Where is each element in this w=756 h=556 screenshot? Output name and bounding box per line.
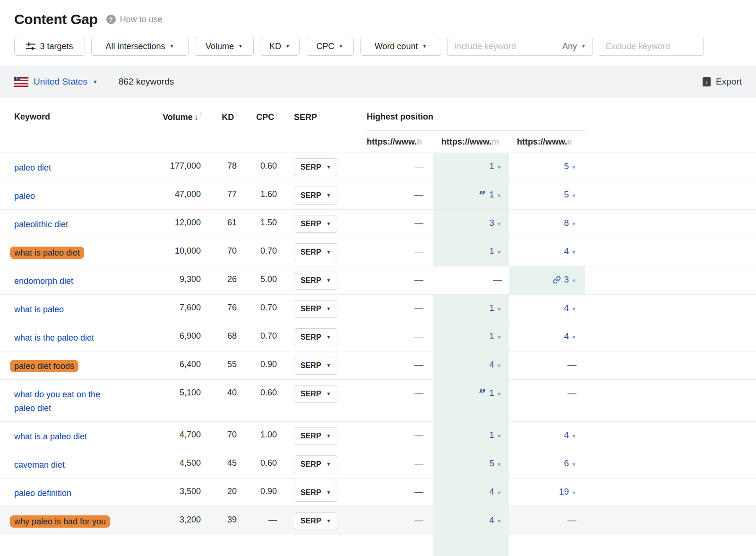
chevron-down-icon: ▼ <box>93 79 98 85</box>
position-link[interactable]: 5 <box>490 458 495 468</box>
position-link[interactable]: 1 <box>490 388 495 398</box>
position-link[interactable]: 1 <box>490 161 495 171</box>
serp-dropdown-button[interactable]: SERP ▼ <box>294 385 337 403</box>
position-link[interactable]: 3 <box>490 218 495 228</box>
chevron-down-icon[interactable]: ▼ <box>571 306 576 312</box>
how-to-use-link[interactable]: ? How to use <box>106 15 163 25</box>
column-header-volume[interactable]: Volume↓i <box>156 111 201 122</box>
chevron-down-icon[interactable]: ▼ <box>497 391 502 397</box>
position-link[interactable]: 1 <box>490 303 495 313</box>
chevron-down-icon[interactable]: ▼ <box>497 518 502 524</box>
cpc-cell: 1.60 <box>237 181 277 209</box>
kd-cell: 61 <box>201 210 237 238</box>
chevron-down-icon[interactable]: ▼ <box>497 193 502 198</box>
keyword-link[interactable]: what is a paleo diet <box>14 432 87 441</box>
kd-filter-dropdown[interactable]: KD ▼ <box>260 37 300 56</box>
chevron-down-icon[interactable]: ▼ <box>571 462 576 467</box>
serp-cell: SERP ▼ <box>277 153 343 181</box>
position-cell-target-3: 4▼ <box>509 295 585 323</box>
export-button[interactable]: ↓ Export <box>703 77 742 87</box>
targets-button[interactable]: 3 targets <box>14 37 85 56</box>
chevron-down-icon[interactable]: ▼ <box>497 462 502 467</box>
how-to-use-label: How to use <box>120 15 163 25</box>
position-link[interactable]: 1 <box>490 189 495 199</box>
chevron-down-icon[interactable]: ▼ <box>571 249 576 255</box>
chevron-down-icon: ▼ <box>326 222 331 226</box>
volume-filter-dropdown[interactable]: Volume ▼ <box>195 37 254 56</box>
no-position-dash: — <box>414 487 423 496</box>
position-link[interactable]: 4 <box>564 331 569 341</box>
chevron-down-icon[interactable]: ▼ <box>497 334 502 340</box>
serp-dropdown-button[interactable]: SERP ▼ <box>294 158 337 176</box>
position-link[interactable]: 6 <box>564 458 569 468</box>
position-link[interactable]: 4 <box>490 515 495 525</box>
chevron-down-icon: ▼ <box>326 490 331 495</box>
chevron-down-icon[interactable]: ▼ <box>497 221 502 227</box>
chevron-down-icon[interactable]: ▼ <box>571 490 576 496</box>
position-link[interactable]: 4 <box>490 359 495 369</box>
cpc-filter-dropdown[interactable]: CPC ▼ <box>306 37 354 56</box>
position-link[interactable]: 5 <box>564 189 569 199</box>
serp-dropdown-button[interactable]: SERP ▼ <box>294 272 337 290</box>
chevron-down-icon[interactable]: ▼ <box>497 249 502 255</box>
include-keyword-input[interactable] <box>448 42 562 51</box>
chevron-down-icon[interactable]: ▼ <box>571 334 576 340</box>
serp-dropdown-button[interactable]: SERP ▼ <box>294 455 337 473</box>
chevron-down-icon[interactable]: ▼ <box>571 278 576 283</box>
volume-cell: 6,400 <box>156 351 201 379</box>
keyword-link[interactable]: caveman diet <box>14 460 65 470</box>
keyword-link[interactable]: what is the paleo diet <box>14 333 94 342</box>
serp-dropdown-button[interactable]: SERP ▼ <box>294 512 337 530</box>
chevron-down-icon[interactable]: ▼ <box>571 164 576 170</box>
intersections-dropdown[interactable]: All intersections ▼ <box>91 37 189 56</box>
serp-dropdown-button[interactable]: SERP ▼ <box>294 215 337 233</box>
serp-label: SERP <box>301 276 321 285</box>
position-link[interactable]: 1 <box>490 331 495 341</box>
position-link[interactable]: 5 <box>564 161 569 171</box>
serp-dropdown-button[interactable]: SERP ▼ <box>294 427 337 445</box>
keyword-link[interactable]: paleo <box>14 191 35 201</box>
keyword-link[interactable]: endomorph diet <box>14 276 73 286</box>
keyword-link[interactable]: paleo diet foods <box>14 361 78 371</box>
serp-dropdown-button[interactable]: SERP ▼ <box>294 357 337 375</box>
sort-desc-icon: ↓ <box>194 113 198 122</box>
chevron-down-icon[interactable]: ▼ <box>497 433 502 439</box>
position-link[interactable]: 4 <box>564 303 569 313</box>
column-header-cpc[interactable]: CPCi <box>237 111 277 122</box>
position-link[interactable]: 8 <box>564 218 569 228</box>
exclude-keyword-input[interactable] <box>599 42 703 51</box>
position-link[interactable]: 3 <box>564 274 569 284</box>
serp-dropdown-button[interactable]: SERP ▼ <box>294 300 337 318</box>
serp-dropdown-button[interactable]: SERP ▼ <box>294 484 337 502</box>
keyword-link[interactable]: what is paleo <box>14 305 64 314</box>
keyword-link[interactable]: paleo diet <box>14 163 51 172</box>
position-link[interactable]: 1 <box>490 246 495 256</box>
serp-dropdown-button[interactable]: SERP ▼ <box>294 243 337 261</box>
serp-dropdown-button[interactable]: SERP ▼ <box>294 187 337 205</box>
any-dropdown[interactable]: Any ▼ <box>562 42 592 51</box>
volume-cell: 7,600 <box>156 295 201 323</box>
word-count-filter-dropdown[interactable]: Word count ▼ <box>360 37 441 56</box>
keyword-link[interactable]: what is paleo diet <box>14 248 84 257</box>
column-header-kd[interactable]: KDi <box>201 111 237 122</box>
chevron-down-icon[interactable]: ▼ <box>571 221 576 227</box>
chevron-down-icon[interactable]: ▼ <box>497 164 502 170</box>
serp-dropdown-button[interactable]: SERP ▼ <box>294 328 337 346</box>
chevron-down-icon[interactable]: ▼ <box>571 193 576 198</box>
volume-cell: 3,200 <box>156 507 201 535</box>
chevron-down-icon[interactable]: ▼ <box>497 306 502 312</box>
keyword-link[interactable]: paleo definition <box>14 488 71 498</box>
position-link[interactable]: 4 <box>490 487 495 496</box>
chevron-down-icon[interactable]: ▼ <box>497 363 502 368</box>
keyword-link[interactable]: paleolithic diet <box>14 220 68 229</box>
chevron-down-icon[interactable]: ▼ <box>571 433 576 439</box>
keyword-link[interactable]: what do you eat on the paleo diet <box>14 390 100 413</box>
chevron-down-icon[interactable]: ▼ <box>497 490 502 496</box>
country-picker[interactable]: United States ▼ <box>14 77 98 87</box>
column-header-keyword[interactable]: Keyword <box>0 112 156 122</box>
position-link[interactable]: 1 <box>490 430 495 440</box>
position-link[interactable]: 4 <box>564 246 569 256</box>
position-link[interactable]: 19 <box>559 487 569 496</box>
position-link[interactable]: 4 <box>564 430 569 440</box>
keyword-link[interactable]: why paleo is bad for you <box>14 517 110 526</box>
